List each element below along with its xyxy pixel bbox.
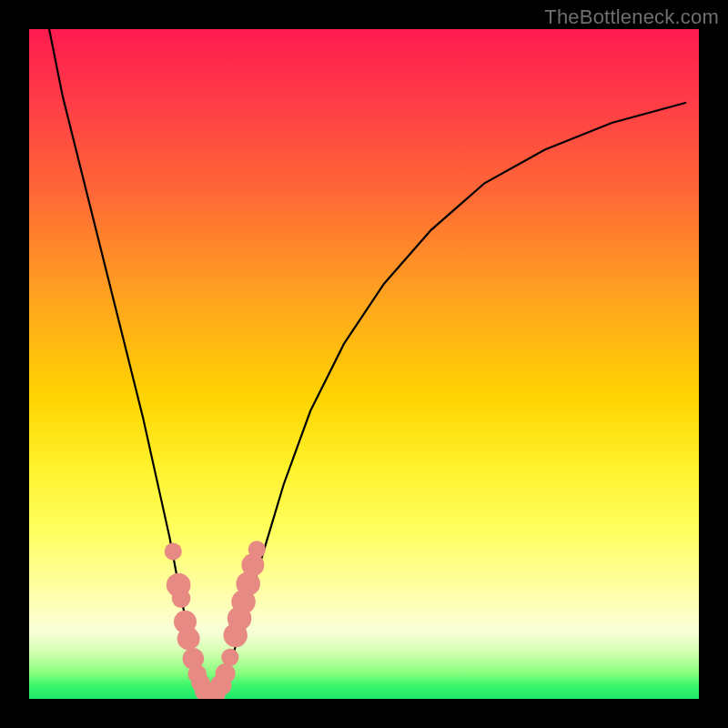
marker-group: [165, 541, 266, 699]
chart-overlay: [29, 29, 699, 699]
watermark-text: TheBottleneck.com: [544, 5, 719, 29]
marker-point: [177, 627, 200, 650]
marker-point: [248, 541, 266, 558]
bottleneck-curve: [49, 29, 685, 699]
plot-area: [29, 29, 699, 699]
marker-point: [165, 543, 182, 561]
marker-point: [216, 663, 236, 683]
marker-point: [221, 649, 238, 666]
marker-point: [172, 589, 191, 608]
chart-frame: TheBottleneck.com: [0, 0, 728, 728]
